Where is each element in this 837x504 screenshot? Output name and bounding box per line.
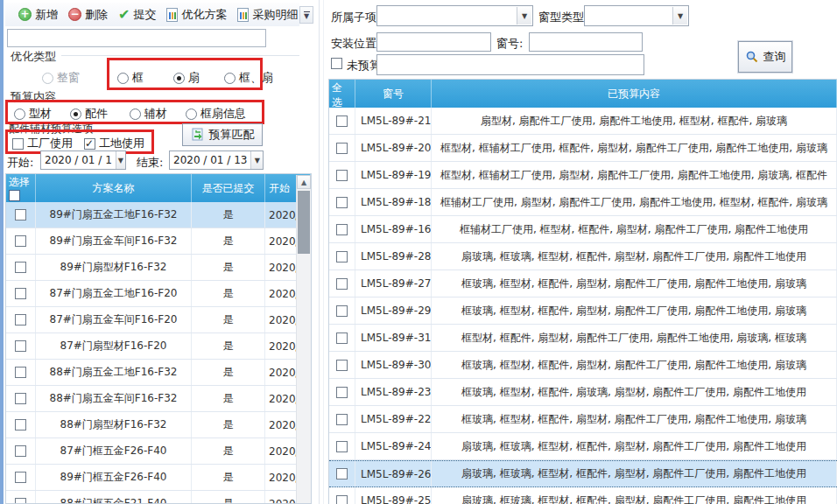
window-no-cell: LM5L-89#-26F24 xyxy=(355,461,432,486)
plan-table-row[interactable]: 87#门扇型材F16-F20是2020/0 xyxy=(6,333,311,360)
add-button-label: 新增 xyxy=(35,7,58,23)
row-checkbox[interactable] xyxy=(15,393,26,404)
row-checkbox[interactable] xyxy=(15,235,26,247)
row-checkbox[interactable] xyxy=(15,445,26,457)
row-checkbox[interactable] xyxy=(15,340,26,352)
plan-table-row[interactable]: 87#门框五金F26-F40是2020/0 xyxy=(6,438,311,465)
select-header-label: 选择 xyxy=(9,175,30,190)
add-button[interactable]: + 新增 xyxy=(14,4,62,25)
scroll-up-arrow-icon[interactable]: ▲ xyxy=(297,175,311,189)
row-checkbox[interactable] xyxy=(336,224,348,235)
optimize-plan-button[interactable]: 优化方案 xyxy=(162,4,231,25)
budget-table-row[interactable]: LM5L-89#-28F26扇玻璃, 框玻璃, 框型材, 框配件, 扇型材, 扇… xyxy=(329,243,837,270)
row-checkbox[interactable] xyxy=(15,209,26,220)
budgeted-content-header[interactable]: 已预算内容 xyxy=(432,80,837,108)
window-no-header[interactable]: 窗号 xyxy=(355,80,432,108)
plan-table-row[interactable]: 89#门扇五金工地F16-F32是2020/0 xyxy=(6,202,311,228)
budget-row-select-cell xyxy=(329,433,355,459)
budget-table-row[interactable]: LM5L-89#-18F16框辅材工厂使用, 扇型材, 扇配件工厂使用, 扇配件… xyxy=(329,189,837,216)
row-checkbox[interactable] xyxy=(15,367,26,378)
budgeted-content-cell: 扇型材, 扇配件工厂使用, 扇配件工地使用, 框型材, 框配件, 扇玻璃 xyxy=(432,108,837,134)
row-checkbox[interactable] xyxy=(336,278,348,290)
budget-match-button[interactable]: 预算匹配 xyxy=(182,123,263,146)
plan-table-row[interactable]: 87#门扇五金车间F16-F20是2020/0 xyxy=(6,307,311,333)
plan-name-cell: 88#门扇五金车间F16-F32 xyxy=(36,386,192,411)
end-date-picker[interactable]: 2020 / 01 / 13 ▼ xyxy=(169,150,264,170)
delete-button[interactable]: − 删除 xyxy=(64,4,112,25)
plan-table-row[interactable]: 89#门扇五金车间F16-F32是2020/0 xyxy=(6,228,311,255)
submitted-header[interactable]: 是否已提交 xyxy=(192,174,265,202)
plan-table-row[interactable]: 88#门扇五金工地F16-F32是2020/0 xyxy=(6,360,311,386)
radio-icon xyxy=(42,73,53,84)
row-checkbox[interactable] xyxy=(15,288,26,299)
vertical-scrollbar[interactable]: ▲ xyxy=(296,175,311,504)
plan-table-row[interactable]: 88#门扇型材F16-F32是2020/0 xyxy=(6,412,311,438)
row-checkbox[interactable] xyxy=(336,197,348,208)
budget-table-row[interactable]: LM5L-89#-29F27框玻璃, 框型材, 框配件, 扇型材, 扇配件工厂使… xyxy=(329,298,837,325)
row-checkbox[interactable] xyxy=(336,468,348,480)
budget-table-row[interactable]: LM5L-89#-25F23扇玻璃, 框玻璃, 框型材, 框配件, 扇型材, 扇… xyxy=(329,487,837,504)
sub-item-combobox[interactable]: ▼ xyxy=(376,5,533,26)
select-all-column-header: 全选 xyxy=(329,80,355,108)
row-checkbox[interactable] xyxy=(15,472,26,483)
row-checkbox[interactable] xyxy=(15,419,26,430)
budget-table-row[interactable]: LM5L-89#-31F29框型材, 框配件, 扇型材, 扇配件工厂使用, 扇配… xyxy=(329,325,837,352)
row-checkbox[interactable] xyxy=(336,387,348,398)
chevron-down-icon[interactable]: ▼ xyxy=(116,151,125,169)
row-checkbox[interactable] xyxy=(336,332,348,344)
budget-table-row[interactable]: LM5L-89#-30F28框玻璃, 框型材, 框配件, 扇型材, 扇配件工厂使… xyxy=(329,352,837,379)
budget-table-row[interactable]: LM5L-89#-22F20框玻璃, 框型材, 框配件, 扇型材, 扇配件工厂使… xyxy=(329,406,837,433)
toolbar-overflow-button[interactable]: ▼ xyxy=(299,6,313,24)
start-date-label: 开始: xyxy=(7,155,33,171)
plan-table-row[interactable]: 88#门框五金F21-F40是2020/0 xyxy=(6,491,311,504)
row-checkbox[interactable] xyxy=(336,441,348,452)
budget-table-row[interactable]: LM5L-89#-24F22扇玻璃, 框玻璃, 框型材, 框配件, 扇型材, 扇… xyxy=(329,433,837,460)
row-checkbox[interactable] xyxy=(336,414,348,425)
budget-table-row[interactable]: LM5L-89#-27F25框玻璃, 框型材, 框配件, 扇型材, 扇配件工厂使… xyxy=(329,270,837,298)
row-checkbox[interactable] xyxy=(336,305,348,317)
budgeted-content-cell: 框玻璃, 框型材, 框配件, 扇型材, 扇配件工厂使用, 扇配件工地使用, 扇玻… xyxy=(432,352,837,378)
row-checkbox[interactable] xyxy=(15,498,26,504)
unbudgeted-checkbox[interactable] xyxy=(331,58,342,69)
row-checkbox[interactable] xyxy=(15,262,26,273)
scrollbar-thumb[interactable] xyxy=(298,191,310,254)
budget-table-row[interactable]: LM5L-89#-26F24扇玻璃, 框玻璃, 框型材, 框配件, 扇型材, 扇… xyxy=(329,460,837,487)
plan-row-select-cell xyxy=(6,438,36,464)
budget-table-row[interactable]: LM5L-89#-16F15框辅材工厂使用, 框型材, 框配件, 扇型材, 扇配… xyxy=(329,216,837,243)
window-type-combobox[interactable]: ▼ xyxy=(584,5,689,26)
plan-submitted-cell: 是 xyxy=(192,307,265,332)
budget-table-row[interactable]: LM5L-89#-20F18框型材, 框辅材工厂使用, 框配件, 扇型材, 扇配… xyxy=(329,135,837,162)
row-checkbox[interactable] xyxy=(336,170,348,181)
budget-table-row[interactable]: LM5L-89#-19F17框型材, 框辅材工厂使用, 扇型材, 扇配件工厂使用… xyxy=(329,162,837,189)
unbudgeted-input[interactable] xyxy=(376,54,644,75)
start-date-picker[interactable]: 2020 / 01 / 1 ▼ xyxy=(40,150,126,170)
row-checkbox[interactable] xyxy=(15,314,26,326)
plan-search-input[interactable] xyxy=(7,29,266,47)
budget-row-select-cell xyxy=(329,243,355,270)
row-checkbox[interactable] xyxy=(336,116,348,127)
plan-table-row[interactable]: 87#门扇五金工地F16-F20是2020/0 xyxy=(6,281,311,307)
plan-name-cell: 88#门扇型材F16-F32 xyxy=(36,412,192,438)
panel-splitter-line xyxy=(323,0,324,504)
row-checkbox[interactable] xyxy=(336,495,348,504)
plan-table-row[interactable]: 89#门框五金F26-F40是2020/0 xyxy=(6,465,311,491)
plan-name-header[interactable]: 方案名称 xyxy=(36,174,192,202)
plan-submitted-cell: 是 xyxy=(192,412,265,438)
chevron-down-icon[interactable]: ▼ xyxy=(517,7,531,24)
plan-table-row[interactable]: 89#门扇型材F16-F32是2020/0 xyxy=(6,255,311,281)
chevron-down-icon[interactable]: ▼ xyxy=(250,151,263,169)
row-checkbox[interactable] xyxy=(336,360,348,371)
chevron-down-icon[interactable]: ▼ xyxy=(672,7,687,24)
row-checkbox[interactable] xyxy=(336,251,348,262)
install-position-input[interactable] xyxy=(376,32,491,52)
window-no-input[interactable] xyxy=(529,32,643,52)
panel-splitter[interactable] xyxy=(319,0,320,504)
budget-row-select-cell xyxy=(329,325,355,351)
budget-table-row[interactable]: LM5L-89#-21F19扇型材, 扇配件工厂使用, 扇配件工地使用, 框型材… xyxy=(329,108,837,135)
row-checkbox[interactable] xyxy=(336,143,348,154)
select-all-checkbox[interactable] xyxy=(9,190,20,201)
submit-button[interactable]: ✔ 提交 xyxy=(114,4,160,25)
plan-table-row[interactable]: 88#门扇五金车间F16-F32是2020/0 xyxy=(6,386,311,412)
budget-table-row[interactable]: LM5L-89#-23F21框玻璃, 框型材, 框配件, 扇玻璃, 扇型材, 扇… xyxy=(329,379,837,406)
query-button[interactable]: 查询 xyxy=(738,41,792,73)
